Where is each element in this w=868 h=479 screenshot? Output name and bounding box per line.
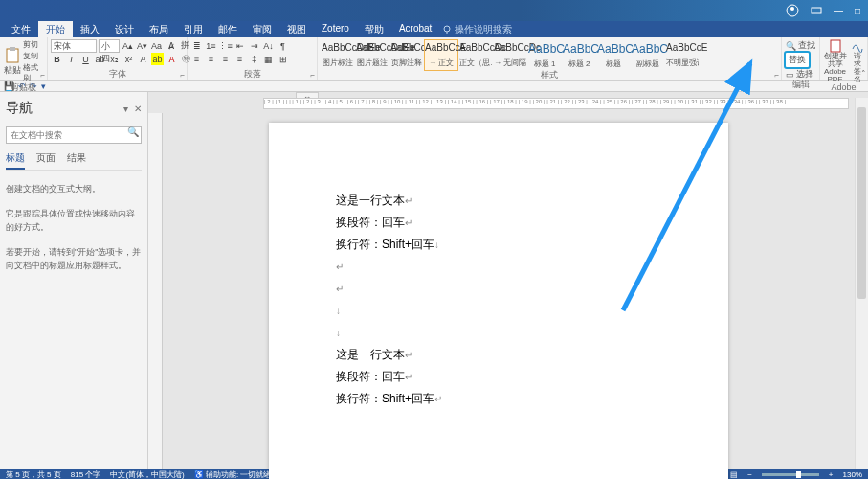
style-item[interactable]: AaBbCcE不明显强调 [665, 39, 700, 71]
strikethrough-button[interactable]: ab [94, 53, 106, 65]
style-sample: AaBbCcDc [494, 42, 526, 53]
style-name: → 无间隔 [494, 57, 526, 68]
pilcrow-icon: ↵ [405, 195, 412, 206]
zoom-slider[interactable] [762, 473, 819, 476]
shading-button[interactable]: ▦ [262, 53, 275, 65]
maximize-icon[interactable]: □ [855, 6, 860, 16]
user-avatar-icon[interactable] [786, 4, 799, 17]
replace-button[interactable]: 替换 [784, 51, 811, 69]
multilevel-button[interactable]: ⋮≡ [219, 39, 232, 52]
align-right-button[interactable]: ≡ [219, 53, 232, 65]
copy-button[interactable]: 复制 [23, 51, 44, 61]
nav-tab-results[interactable]: 结果 [67, 151, 86, 170]
show-marks-button[interactable]: ¶ [277, 39, 289, 52]
tab-insert[interactable]: 插入 [73, 21, 107, 37]
doc-line-5: 换段符：回车 [336, 370, 405, 383]
superscript-button[interactable]: x² [122, 53, 135, 65]
increase-indent-button[interactable]: ⇥ [248, 39, 260, 52]
font-name-select[interactable]: 宋体 [51, 39, 97, 53]
nav-menu-icon[interactable]: ▾ [123, 103, 128, 114]
vertical-ruler[interactable] [148, 113, 163, 469]
vertical-scrollbar[interactable] [855, 98, 868, 469]
view-web-icon[interactable]: ▤ [730, 470, 738, 479]
close-nav-icon[interactable]: ✕ [134, 103, 142, 114]
change-case-icon[interactable]: Aa [150, 39, 163, 52]
bold-button[interactable]: B [51, 53, 63, 65]
styles-launcher-icon[interactable]: ⌐ [774, 71, 779, 80]
subscript-button[interactable]: x₂ [108, 53, 121, 65]
tab-mailings[interactable]: 邮件 [211, 21, 245, 37]
decrease-indent-button[interactable]: ⇤ [234, 39, 246, 52]
line-spacing-button[interactable]: ‡ [248, 53, 260, 65]
sort-button[interactable]: A↓ [262, 39, 275, 52]
status-page[interactable]: 第 5 页，共 5 页 [6, 469, 61, 480]
cut-button[interactable]: 剪切 [23, 39, 44, 50]
create-pdf-label: 创建并共享 Adobe PDF [823, 53, 847, 83]
navigation-pane: 导航 ▾ ✕ 🔍 标题 页面 结果 创建文档的交互式大纲。 它是跟踪具体位置或快… [0, 92, 148, 469]
search-icon[interactable]: 🔍 [127, 126, 139, 137]
tab-home[interactable]: 开始 [38, 21, 73, 37]
clipboard-launcher-icon[interactable]: ⌐ [40, 71, 45, 80]
font-color-button[interactable]: A [166, 53, 178, 65]
style-item[interactable]: AaBbCcDc页脚注释 [389, 39, 424, 71]
clear-format-icon[interactable]: A̷ [165, 39, 177, 52]
align-justify-button[interactable]: ≡ [234, 53, 246, 65]
underline-button[interactable]: U [79, 53, 92, 65]
style-item[interactable]: AaBbCcE→ 正文 [424, 39, 458, 71]
style-name: 页脚注释 [390, 57, 423, 68]
horizontal-ruler[interactable]: | 2 | | 1 | | | | 1 | | 2 | | 3 | | 4 | … [263, 98, 849, 109]
minimize-icon[interactable]: — [834, 6, 843, 16]
paste-button[interactable]: 粘贴 [3, 47, 23, 77]
nav-search-input[interactable] [6, 126, 142, 144]
tab-view[interactable]: 视图 [279, 21, 314, 37]
zoom-out-icon[interactable]: − [747, 470, 752, 479]
nav-tab-headings[interactable]: 标题 [6, 151, 25, 170]
collapse-ribbon-icon[interactable]: ˄ [861, 69, 866, 79]
status-accessibility-label: 辅助功能: 一切就绪 [206, 470, 271, 479]
ribbon-display-icon[interactable] [811, 5, 822, 16]
tab-design[interactable]: 设计 [107, 21, 142, 37]
borders-button[interactable]: ⊞ [277, 53, 289, 65]
tab-acrobat[interactable]: Acrobat [391, 21, 439, 37]
doc-line-3: 换行符：Shift+回车 [336, 238, 434, 251]
scrollbar-thumb[interactable] [857, 107, 866, 299]
style-item[interactable]: AaBbCcDdEe图片标注 [321, 39, 355, 71]
bullets-button[interactable]: ≣ [190, 39, 203, 52]
style-gallery[interactable]: AaBbCcDdEe图片标注AaBbCcDdEe图片题注AaBbCcDc页脚注释… [321, 39, 700, 71]
status-language[interactable]: 中文(简体，中国大陆) [110, 469, 184, 480]
style-item[interactable]: AaBbC副标题 [631, 39, 665, 71]
style-item[interactable]: AaBbC标题 2 [562, 39, 596, 71]
style-item[interactable]: AaBbCcDc→ 无间隔 [493, 39, 527, 71]
align-center-button[interactable]: ≡ [205, 53, 217, 65]
style-item[interactable]: AaBbCcDc正文（思… [458, 39, 493, 71]
tab-references[interactable]: 引用 [176, 21, 211, 37]
zoom-in-icon[interactable]: + [829, 470, 834, 479]
align-left-button[interactable]: ≡ [190, 53, 203, 65]
style-item[interactable]: AaBbCcDdEe图片题注 [355, 39, 389, 71]
tab-help[interactable]: 帮助 [357, 21, 391, 37]
tab-layout[interactable]: 布局 [142, 21, 176, 37]
numbering-button[interactable]: 1≡ [205, 39, 217, 52]
document-page[interactable]: 这是一行文本↵ 换段符：回车↵ 换行符：Shift+回车↓ ↵ ↵ ↓ ↓ 这是… [269, 123, 728, 479]
zoom-level[interactable]: 130% [843, 470, 862, 479]
style-item[interactable]: AaBbC标题 [596, 39, 631, 71]
create-pdf-button[interactable]: 创建并共享 Adobe PDF [823, 39, 847, 83]
style-name: 图片标注 [322, 57, 354, 68]
highlight-button[interactable]: ab [151, 53, 164, 65]
text-effects-icon[interactable]: A [137, 53, 149, 65]
tab-review[interactable]: 审阅 [245, 21, 279, 37]
nav-tab-pages[interactable]: 页面 [36, 151, 56, 170]
status-accessibility[interactable]: ♿ 辅助功能: 一切就绪 [194, 469, 272, 480]
style-item[interactable]: AaBbC标题 1 [527, 39, 562, 71]
font-launcher-icon[interactable]: ⌐ [180, 71, 185, 80]
status-words[interactable]: 815 个字 [71, 469, 101, 480]
style-sample: AaBbCcDc [459, 42, 492, 53]
italic-button[interactable]: I [65, 53, 78, 65]
increase-font-icon[interactable]: A▴ [122, 39, 134, 52]
tab-zotero[interactable]: Zotero [314, 21, 357, 37]
tab-file[interactable]: 文件 [4, 21, 38, 37]
tell-me[interactable]: 操作说明搜索 [442, 21, 512, 37]
decrease-font-icon[interactable]: A▾ [136, 39, 148, 52]
paragraph-launcher-icon[interactable]: ⌐ [310, 71, 315, 80]
font-size-select[interactable]: 小四 [99, 39, 120, 53]
